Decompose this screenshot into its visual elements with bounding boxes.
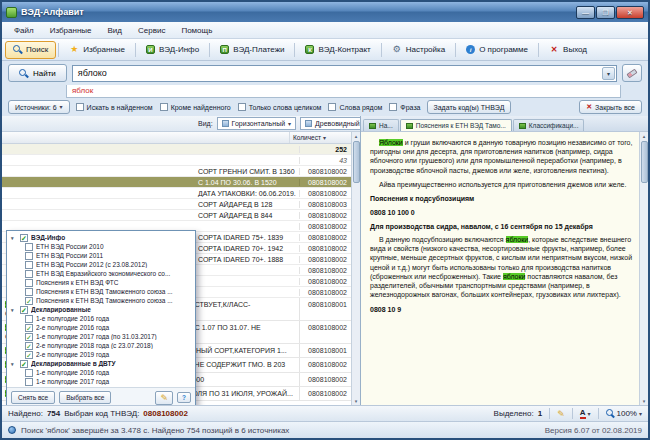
tree-item-row[interactable]: ✓Пояснения к ЕТН ВЭД Таможенного союза .… — [9, 296, 195, 305]
close-all-button[interactable]: ✕ Закрыть все — [579, 100, 642, 114]
result-row[interactable]: С 1.04 ПО 30.06. В 15200808108002 — [2, 177, 351, 188]
toolbar-button[interactable]: ⚙Настройка — [384, 41, 453, 59]
font-size-button[interactable]: А ▾ — [580, 409, 591, 419]
search-input[interactable]: яблоко ▾ — [72, 65, 617, 82]
tree-group-row[interactable]: ▾✓Декларированные — [9, 305, 195, 314]
result-row[interactable]: СОРТ АЙДАРЕД В 1280808108003 — [2, 199, 351, 210]
right-pane-tab[interactable]: Пояснения к ЕТН ВЭД Тамо... — [400, 119, 512, 131]
expander-icon[interactable]: ▾ — [11, 307, 17, 313]
toolbar-button[interactable]: ИВЭД-Инфо — [138, 41, 207, 59]
tree-checkbox[interactable]: ✓ — [20, 234, 28, 242]
filter-checkbox[interactable]: Фраза — [389, 103, 420, 111]
filter-checkbox[interactable]: Искать в найденном — [76, 103, 153, 111]
checkbox-box[interactable] — [238, 103, 246, 111]
tree-checkbox[interactable] — [25, 252, 33, 260]
maximize-button[interactable]: ❐ — [596, 6, 615, 19]
sweep-button[interactable]: ✎ — [557, 409, 565, 419]
tree-item-row[interactable]: ЕТН ВЭД России 2012 (с 23.08.2012) — [9, 260, 195, 269]
checkbox-box[interactable] — [160, 103, 168, 111]
result-row[interactable]: 43 — [2, 155, 351, 166]
right-pane-tab[interactable]: Классификаци... — [513, 119, 585, 131]
filter-checkbox[interactable]: Только слова целиком — [238, 103, 322, 111]
view-mode-select[interactable]: Горизонтальный ▾ — [217, 117, 296, 130]
tree-item-row[interactable]: ЕТН ВЭД Евразийского экономического со..… — [9, 269, 195, 278]
tree-checkbox[interactable]: ✓ — [25, 351, 33, 359]
tree-checkbox[interactable] — [25, 288, 33, 296]
zoom-control[interactable]: 100% ▾ — [606, 409, 642, 418]
tree-item-row[interactable]: ✓2-е полугодие 2018 года (с 23.07.2018) — [9, 341, 195, 350]
expander-icon[interactable]: ▾ — [11, 361, 17, 367]
scroll-up-icon[interactable]: ▴ — [355, 132, 358, 140]
checkbox-box[interactable] — [328, 103, 336, 111]
result-row[interactable]: 252 — [2, 144, 351, 155]
tree-checkbox[interactable] — [25, 315, 33, 323]
scroll-down-icon[interactable]: ▾ — [355, 397, 358, 405]
tree-item-row[interactable]: 1-е полугодие 2016 года — [9, 314, 195, 323]
filter-checkbox[interactable]: Кроме найденного — [160, 103, 231, 111]
tree-checkbox[interactable] — [25, 279, 33, 287]
tree-group-row[interactable]: ▾✓ВЭД-Инфо — [9, 233, 195, 242]
tree-checkbox[interactable]: ✓ — [25, 297, 33, 305]
chevron-down-icon[interactable]: ▾ — [602, 67, 615, 80]
help-button[interactable]: ? — [177, 392, 191, 403]
checkbox-box[interactable] — [389, 103, 397, 111]
results-scrollbar[interactable]: ▴ ▾ — [351, 132, 360, 405]
toolbar-button[interactable]: ★Избранные — [61, 41, 133, 59]
tree-item-row[interactable]: ЕТН ВЭД России 2011 — [9, 251, 195, 260]
tree-checkbox[interactable] — [25, 261, 33, 269]
toolbar-button[interactable]: ПВЭД-Платежи — [212, 41, 292, 59]
minimize-button[interactable]: — — [576, 6, 595, 19]
scroll-thumb[interactable] — [353, 141, 360, 183]
clear-all-button[interactable]: Снять все — [11, 391, 55, 404]
menu-item[interactable]: Помощь — [173, 24, 220, 37]
tree-item-row[interactable]: ЕТН ВЭД России 2010 — [9, 242, 195, 251]
filter-checkbox[interactable]: Слова рядом — [328, 103, 382, 111]
select-all-button[interactable]: Выбрать все — [59, 391, 111, 404]
tree-checkbox[interactable]: ✓ — [25, 333, 33, 341]
close-button[interactable]: ✕ — [616, 6, 644, 19]
menu-item[interactable]: Сервис — [130, 24, 173, 37]
toolbar-button[interactable]: ✕Выход — [541, 41, 595, 59]
find-button[interactable]: Найти — [8, 64, 67, 82]
tree-checkbox[interactable]: ✓ — [25, 342, 33, 350]
tree-checkbox[interactable]: ✓ — [20, 306, 28, 314]
tree-item-row[interactable]: ✓2-е полугодие 2016 года — [9, 323, 195, 332]
tree-checkbox[interactable] — [25, 369, 33, 377]
sweep-button[interactable]: ✎ — [155, 391, 173, 405]
menu-item[interactable]: Избранные — [42, 24, 100, 37]
toolbar-button[interactable]: Поиск — [5, 41, 56, 59]
tree-group-row[interactable]: ▾✓Декларированные в ДВТУ — [9, 359, 195, 368]
menu-item[interactable]: Вид — [100, 24, 130, 37]
count-column-header[interactable]: Количест ▾ — [289, 132, 351, 143]
tree-checkbox[interactable] — [25, 378, 33, 386]
table-header[interactable]: Количест ▾ — [2, 132, 351, 144]
tree-checkbox[interactable]: ✓ — [20, 360, 28, 368]
tree-item-row[interactable]: ✓1-е полугодие 2017 года (по 31.03.2017) — [9, 332, 195, 341]
tree-checkbox[interactable] — [25, 243, 33, 251]
explanations-scrollbar[interactable]: ▴ ▾ — [639, 132, 648, 405]
toolbar-button[interactable]: КВЭД-Контракт — [297, 41, 378, 59]
tree-checkbox[interactable] — [25, 270, 33, 278]
toolbar-button[interactable]: iО программе — [458, 41, 536, 59]
tree-checkbox[interactable]: ✓ — [25, 324, 33, 332]
scroll-thumb[interactable] — [641, 141, 648, 183]
tree-item-row[interactable]: Пояснения к ЕТН ВЭД ФТС — [9, 278, 195, 287]
titlebar[interactable]: ВЭД-Алфавит — ❐ ✕ — [2, 2, 648, 22]
sources-button[interactable]: Источники: 6 ▾ — [8, 100, 70, 114]
tree-item-row[interactable]: 1-е полугодие 2016 года — [9, 368, 195, 377]
tree-item-row[interactable]: Пояснения к ЕТН ВЭД Таможенного союза ..… — [9, 287, 195, 296]
scroll-down-icon[interactable]: ▾ — [643, 397, 646, 405]
search-history-item[interactable]: яблок — [66, 85, 621, 98]
set-codes-button[interactable]: Задать код(ы) ТНВЭД — [427, 100, 512, 114]
right-pane-tab[interactable]: На... — [363, 119, 399, 131]
result-row[interactable]: СОРТ АЙДАРЕД В 8440808108002 — [2, 210, 351, 221]
tree-item-row[interactable]: ✓2-е полугодие 2019 года — [9, 350, 195, 359]
checkbox-box[interactable] — [76, 103, 84, 111]
clear-search-button[interactable] — [622, 64, 642, 82]
result-row[interactable]: ДАТА УПАКОВКИ: 06.06.2019.0808108002 — [2, 188, 351, 199]
result-row[interactable]: СОРТ ГРЕННИ СМИТ. В 13600808108002 — [2, 166, 351, 177]
scroll-up-icon[interactable]: ▴ — [643, 132, 646, 140]
tree-mode-select[interactable]: Древовидный ▾ — [300, 117, 360, 130]
menu-item[interactable]: Файл — [6, 24, 42, 37]
tree-item-row[interactable]: 1-е полугодие 2017 года — [9, 377, 195, 386]
